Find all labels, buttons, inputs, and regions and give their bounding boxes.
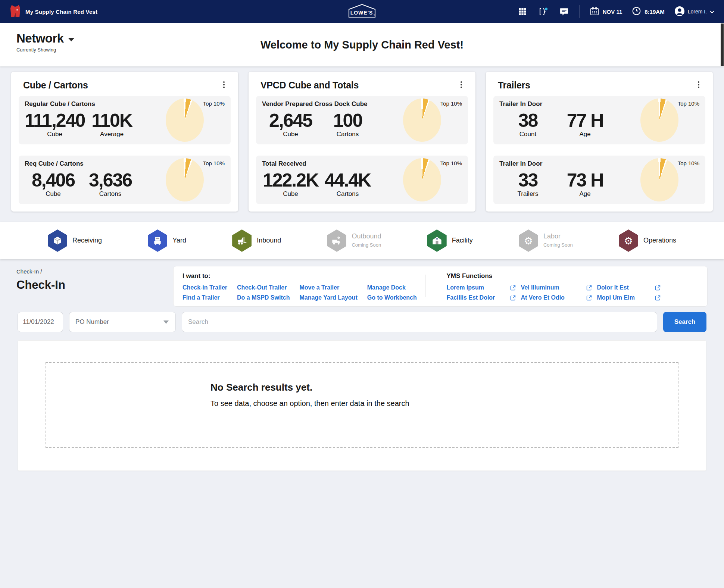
link-check-out-trailer[interactable]: Check-Out Trailer: [237, 284, 290, 291]
kpi-cards-row: Cube / Cartons Regular Cube / Cartons To…: [11, 72, 713, 212]
yms-link[interactable]: Lorem Ipsum: [447, 284, 484, 291]
header-band: Network Currently Showing Welcome to My …: [0, 23, 724, 66]
stat-value: 110K: [85, 111, 139, 131]
no-results-title: No Search results yet.: [210, 382, 409, 393]
stat-value: 2,645: [262, 111, 319, 131]
yms-link[interactable]: At Vero Et Odio: [521, 294, 565, 301]
link-go-to-workbench[interactable]: Go to Workbench: [367, 294, 417, 301]
breadcrumb: Check-In /: [16, 268, 173, 275]
user-menu[interactable]: Lorem I.: [674, 6, 714, 18]
module-labor[interactable]: ⚙ Labor Coming Soon: [519, 229, 573, 252]
group-label: I want to:: [182, 272, 418, 280]
chevron-down-icon: [68, 38, 74, 41]
link-check-in-trailer[interactable]: Check-in Trailer: [182, 284, 227, 291]
red-vest-icon: [10, 4, 21, 19]
dev-brackets-notification-icon[interactable]: [538, 6, 549, 17]
search-type-value: PO Number: [75, 318, 109, 326]
time-text: 8:19AM: [645, 9, 664, 15]
chat-icon[interactable]: [559, 6, 570, 17]
empty-results-dropzone: No Search results yet. To see data, choo…: [46, 362, 678, 448]
navbar-divider: [580, 5, 580, 18]
date-input[interactable]: [18, 312, 63, 332]
top10-pie-chart: [166, 158, 204, 201]
card-cube-cartons: Cube / Cartons Regular Cube / Cartons To…: [11, 72, 238, 212]
yms-functions-group: YMS Functions Lorem Ipsum Vel Illuminum …: [425, 272, 698, 301]
search-input[interactable]: [182, 312, 657, 332]
external-link-icon: [586, 295, 592, 301]
stat-panel: Regular Cube / Cartons Top 10% 111,240Cu…: [19, 96, 231, 144]
avatar-icon: [674, 6, 685, 18]
stat-value: 122.2K: [262, 171, 319, 190]
stat-label: Count: [499, 131, 556, 138]
warehouse-icon: [427, 229, 447, 252]
scope-title: Network: [16, 31, 64, 46]
top-navbar: My Supply Chain Red Vest LOWE'S ®: [0, 0, 724, 23]
kebab-menu-icon[interactable]: [696, 80, 702, 90]
stat-label: Cartons: [319, 190, 376, 198]
no-results-subtitle: To see data, choose an option, then ente…: [210, 399, 409, 408]
external-link-icon: [655, 295, 661, 301]
stat-value: 100: [319, 111, 376, 131]
yms-link[interactable]: Mopi Um Elm: [597, 294, 635, 301]
search-bar: PO Number Search: [18, 312, 706, 332]
stat-label: Cube: [262, 131, 319, 138]
module-outbound[interactable]: Outbound Coming Soon: [327, 229, 381, 252]
link-manage-yard-layout[interactable]: Manage Yard Layout: [299, 294, 357, 301]
apps-grid-icon[interactable]: [517, 6, 528, 17]
module-nav-band: Receiving Yard Inbound: [0, 222, 724, 259]
operations-gears-icon: ⚙: [619, 229, 638, 252]
module-facility[interactable]: Facility: [427, 229, 473, 252]
time-display[interactable]: 8:19AM: [632, 6, 664, 17]
top10-pie-chart: [403, 158, 441, 201]
page-title: Check-In: [16, 278, 173, 292]
checkin-section: Check-In / Check-In I want to: Check-in …: [16, 266, 708, 307]
module-label: Outbound Coming Soon: [352, 232, 381, 248]
external-link-icon: [655, 285, 661, 291]
external-link-icon: [510, 295, 516, 301]
top-10-badge: Top 10%: [440, 100, 462, 107]
yms-link[interactable]: Facillis Est Dolor: [447, 294, 495, 301]
external-link-icon: [586, 285, 592, 291]
card-title: Cube / Cartons: [23, 80, 88, 91]
link-do-a-mspd-switch[interactable]: Do a MSPD Switch: [237, 294, 290, 301]
select-arrow-icon: [163, 320, 169, 324]
stat-panel: Trailer In Door Top 10% 38Count 77 HAge: [493, 96, 705, 144]
date-text: NOV 11: [603, 9, 622, 15]
link-manage-dock[interactable]: Manage Dock: [367, 284, 417, 291]
stat-panel: Req Cube / Cartons Top 10% 8,406Cube 3,6…: [19, 156, 231, 204]
chevron-down-icon: [710, 9, 714, 15]
group-label: YMS Functions: [447, 272, 698, 280]
top10-pie-chart: [640, 98, 678, 142]
module-yard[interactable]: Yard: [148, 229, 186, 252]
stat-label: Cube: [262, 190, 319, 198]
stat-panel: Vendor Prepared Cross Dock Cube Top 10% …: [256, 96, 468, 144]
user-name: Lorem I.: [688, 9, 707, 15]
search-type-select[interactable]: PO Number: [69, 312, 176, 332]
module-label: Facility: [452, 237, 473, 245]
stat-value: 73 H: [556, 171, 614, 190]
yms-link[interactable]: Dolor It Est: [597, 284, 629, 291]
top10-pie-chart: [640, 158, 678, 201]
card-vpcd: VPCD Cube and Totals Vendor Prepared Cro…: [249, 72, 475, 212]
module-receiving[interactable]: Receiving: [48, 229, 102, 252]
welcome-heading: Welcome to My Supply Chain Red Vest!: [260, 39, 464, 51]
scrollbar-thumb[interactable]: [721, 24, 724, 66]
top-10-badge: Top 10%: [440, 160, 462, 166]
module-inbound[interactable]: Inbound: [232, 229, 281, 252]
link-move-a-trailer[interactable]: Move a Trailer: [299, 284, 357, 291]
link-find-a-trailer[interactable]: Find a Trailer: [182, 294, 227, 301]
stat-label: Average: [85, 131, 139, 138]
scope-dropdown[interactable]: Network: [16, 31, 74, 46]
outbound-truck-icon: [327, 229, 346, 252]
stat-label: Cube: [25, 190, 82, 198]
date-display[interactable]: NOV 11: [590, 6, 622, 17]
svg-text:®: ®: [374, 14, 375, 16]
lowes-logo: LOWE'S ®: [348, 3, 376, 20]
module-operations[interactable]: ⚙ Operations: [619, 229, 676, 252]
yms-link[interactable]: Vel Illuminum: [521, 284, 559, 291]
stat-value: 38: [499, 111, 556, 131]
stat-value: 33: [499, 171, 556, 190]
search-button[interactable]: Search: [663, 312, 706, 332]
kebab-menu-icon[interactable]: [221, 80, 227, 90]
kebab-menu-icon[interactable]: [458, 80, 464, 90]
